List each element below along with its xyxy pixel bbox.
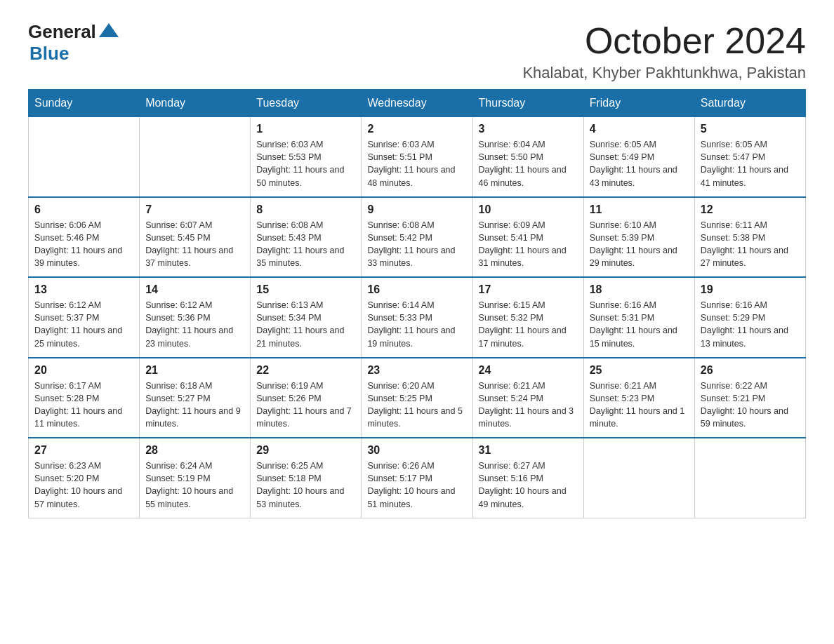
calendar-cell xyxy=(694,438,805,518)
day-info: Sunrise: 6:23 AM Sunset: 5:20 PM Dayligh… xyxy=(34,459,133,511)
day-info: Sunrise: 6:08 AM Sunset: 5:42 PM Dayligh… xyxy=(367,219,466,270)
calendar-cell xyxy=(583,438,694,518)
day-number: 6 xyxy=(34,203,133,216)
day-info: Sunrise: 6:24 AM Sunset: 5:19 PM Dayligh… xyxy=(145,459,244,511)
calendar-cell: 1Sunrise: 6:03 AM Sunset: 5:53 PM Daylig… xyxy=(251,117,362,197)
weekday-header-sunday: Sunday xyxy=(29,90,140,117)
calendar-cell: 6Sunrise: 6:06 AM Sunset: 5:46 PM Daylig… xyxy=(29,197,140,278)
calendar-cell: 10Sunrise: 6:09 AM Sunset: 5:41 PM Dayli… xyxy=(472,197,583,278)
day-number: 15 xyxy=(256,283,355,296)
calendar-cell: 19Sunrise: 6:16 AM Sunset: 5:29 PM Dayli… xyxy=(694,277,805,358)
day-info: Sunrise: 6:16 AM Sunset: 5:31 PM Dayligh… xyxy=(590,299,689,350)
calendar-cell: 8Sunrise: 6:08 AM Sunset: 5:43 PM Daylig… xyxy=(251,197,362,278)
day-number: 8 xyxy=(256,203,355,216)
day-number: 26 xyxy=(701,364,800,377)
day-info: Sunrise: 6:16 AM Sunset: 5:29 PM Dayligh… xyxy=(701,299,800,350)
weekday-header-row: SundayMondayTuesdayWednesdayThursdayFrid… xyxy=(29,90,806,117)
day-number: 1 xyxy=(256,123,355,135)
weekday-header-tuesday: Tuesday xyxy=(251,90,362,117)
day-info: Sunrise: 6:08 AM Sunset: 5:43 PM Dayligh… xyxy=(256,219,355,270)
calendar-cell: 18Sunrise: 6:16 AM Sunset: 5:31 PM Dayli… xyxy=(583,277,694,358)
day-info: Sunrise: 6:21 AM Sunset: 5:23 PM Dayligh… xyxy=(590,380,689,431)
calendar-cell: 3Sunrise: 6:04 AM Sunset: 5:50 PM Daylig… xyxy=(472,117,583,197)
calendar-cell: 30Sunrise: 6:26 AM Sunset: 5:17 PM Dayli… xyxy=(362,438,472,518)
calendar-cell: 31Sunrise: 6:27 AM Sunset: 5:16 PM Dayli… xyxy=(472,438,583,518)
day-number: 19 xyxy=(701,283,800,296)
calendar-cell: 28Sunrise: 6:24 AM Sunset: 5:19 PM Dayli… xyxy=(140,438,251,518)
day-info: Sunrise: 6:10 AM Sunset: 5:39 PM Dayligh… xyxy=(590,219,689,270)
day-number: 22 xyxy=(256,364,355,377)
day-number: 31 xyxy=(479,444,578,457)
day-number: 20 xyxy=(34,364,133,377)
day-number: 17 xyxy=(479,283,578,296)
page-title: October 2024 xyxy=(522,21,806,61)
calendar-cell: 26Sunrise: 6:22 AM Sunset: 5:21 PM Dayli… xyxy=(694,358,805,438)
calendar-cell: 27Sunrise: 6:23 AM Sunset: 5:20 PM Dayli… xyxy=(29,438,140,518)
day-info: Sunrise: 6:26 AM Sunset: 5:17 PM Dayligh… xyxy=(367,459,466,511)
day-info: Sunrise: 6:22 AM Sunset: 5:21 PM Dayligh… xyxy=(701,380,800,431)
day-number: 16 xyxy=(367,283,466,296)
calendar-cell: 22Sunrise: 6:19 AM Sunset: 5:26 PM Dayli… xyxy=(251,358,362,438)
day-info: Sunrise: 6:20 AM Sunset: 5:25 PM Dayligh… xyxy=(367,380,466,431)
day-number: 2 xyxy=(367,123,466,135)
day-info: Sunrise: 6:03 AM Sunset: 5:51 PM Dayligh… xyxy=(367,138,466,189)
day-info: Sunrise: 6:05 AM Sunset: 5:49 PM Dayligh… xyxy=(590,138,689,189)
page-header: General Blue October 2024 Khalabat, Khyb… xyxy=(28,21,806,82)
day-info: Sunrise: 6:06 AM Sunset: 5:46 PM Dayligh… xyxy=(34,219,133,270)
day-info: Sunrise: 6:07 AM Sunset: 5:45 PM Dayligh… xyxy=(145,219,244,270)
calendar-cell: 21Sunrise: 6:18 AM Sunset: 5:27 PM Dayli… xyxy=(140,358,251,438)
calendar-cell: 12Sunrise: 6:11 AM Sunset: 5:38 PM Dayli… xyxy=(694,197,805,278)
calendar-cell: 13Sunrise: 6:12 AM Sunset: 5:37 PM Dayli… xyxy=(29,277,140,358)
day-number: 30 xyxy=(367,444,466,457)
logo: General Blue xyxy=(28,21,119,65)
day-info: Sunrise: 6:12 AM Sunset: 5:37 PM Dayligh… xyxy=(34,299,133,350)
day-info: Sunrise: 6:03 AM Sunset: 5:53 PM Dayligh… xyxy=(256,138,355,189)
calendar-week-row: 13Sunrise: 6:12 AM Sunset: 5:37 PM Dayli… xyxy=(29,277,806,358)
calendar-cell: 4Sunrise: 6:05 AM Sunset: 5:49 PM Daylig… xyxy=(583,117,694,197)
day-info: Sunrise: 6:27 AM Sunset: 5:16 PM Dayligh… xyxy=(479,459,578,511)
day-info: Sunrise: 6:11 AM Sunset: 5:38 PM Dayligh… xyxy=(701,219,800,270)
calendar-cell: 17Sunrise: 6:15 AM Sunset: 5:32 PM Dayli… xyxy=(472,277,583,358)
day-info: Sunrise: 6:21 AM Sunset: 5:24 PM Dayligh… xyxy=(479,380,578,431)
day-number: 18 xyxy=(590,283,689,296)
day-number: 29 xyxy=(256,444,355,457)
weekday-header-saturday: Saturday xyxy=(694,90,805,117)
day-info: Sunrise: 6:13 AM Sunset: 5:34 PM Dayligh… xyxy=(256,299,355,350)
logo-blue-text: Blue xyxy=(29,43,69,65)
day-info: Sunrise: 6:09 AM Sunset: 5:41 PM Dayligh… xyxy=(479,219,578,270)
day-number: 13 xyxy=(34,283,133,296)
calendar-week-row: 20Sunrise: 6:17 AM Sunset: 5:28 PM Dayli… xyxy=(29,358,806,438)
calendar-cell xyxy=(140,117,251,197)
day-info: Sunrise: 6:25 AM Sunset: 5:18 PM Dayligh… xyxy=(256,459,355,511)
day-number: 10 xyxy=(479,203,578,216)
day-number: 4 xyxy=(590,123,689,135)
calendar-cell: 23Sunrise: 6:20 AM Sunset: 5:25 PM Dayli… xyxy=(362,358,472,438)
title-block: October 2024 Khalabat, Khyber Pakhtunkhw… xyxy=(522,21,806,82)
logo-general-text: General xyxy=(28,21,96,43)
calendar-cell: 25Sunrise: 6:21 AM Sunset: 5:23 PM Dayli… xyxy=(583,358,694,438)
day-number: 11 xyxy=(590,203,689,216)
day-number: 24 xyxy=(479,364,578,377)
calendar-table: SundayMondayTuesdayWednesdayThursdayFrid… xyxy=(28,89,806,518)
calendar-cell: 9Sunrise: 6:08 AM Sunset: 5:42 PM Daylig… xyxy=(362,197,472,278)
day-number: 21 xyxy=(145,364,244,377)
page-subtitle: Khalabat, Khyber Pakhtunkhwa, Pakistan xyxy=(522,64,806,82)
calendar-cell: 16Sunrise: 6:14 AM Sunset: 5:33 PM Dayli… xyxy=(362,277,472,358)
calendar-cell: 14Sunrise: 6:12 AM Sunset: 5:36 PM Dayli… xyxy=(140,277,251,358)
calendar-cell: 29Sunrise: 6:25 AM Sunset: 5:18 PM Dayli… xyxy=(251,438,362,518)
weekday-header-thursday: Thursday xyxy=(472,90,583,117)
day-number: 14 xyxy=(145,283,244,296)
calendar-week-row: 1Sunrise: 6:03 AM Sunset: 5:53 PM Daylig… xyxy=(29,117,806,197)
day-number: 9 xyxy=(367,203,466,216)
day-info: Sunrise: 6:19 AM Sunset: 5:26 PM Dayligh… xyxy=(256,380,355,431)
calendar-cell: 2Sunrise: 6:03 AM Sunset: 5:51 PM Daylig… xyxy=(362,117,472,197)
calendar-week-row: 27Sunrise: 6:23 AM Sunset: 5:20 PM Dayli… xyxy=(29,438,806,518)
calendar-cell: 20Sunrise: 6:17 AM Sunset: 5:28 PM Dayli… xyxy=(29,358,140,438)
day-info: Sunrise: 6:17 AM Sunset: 5:28 PM Dayligh… xyxy=(34,380,133,431)
weekday-header-monday: Monday xyxy=(140,90,251,117)
day-info: Sunrise: 6:12 AM Sunset: 5:36 PM Dayligh… xyxy=(145,299,244,350)
calendar-cell: 24Sunrise: 6:21 AM Sunset: 5:24 PM Dayli… xyxy=(472,358,583,438)
day-number: 27 xyxy=(34,444,133,457)
day-number: 12 xyxy=(701,203,800,216)
day-number: 28 xyxy=(145,444,244,457)
